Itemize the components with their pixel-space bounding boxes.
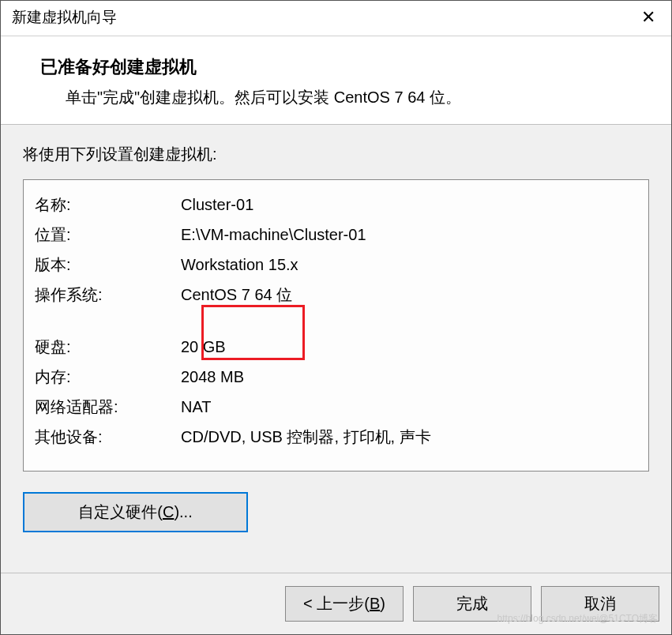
button-hotkey: B — [370, 595, 380, 612]
button-label-suffix: ) — [380, 595, 385, 612]
footer-buttons: < 上一步(B) 完成 取消 — [1, 573, 671, 634]
setting-value: Workstation 15.x — [181, 253, 637, 276]
setting-value: 20 GB — [181, 335, 637, 359]
setting-row-memory: 内存: 2048 MB — [35, 362, 637, 392]
setting-label: 操作系统: — [35, 283, 181, 306]
customize-hardware-button[interactable]: 自定义硬件(C)... — [23, 492, 248, 532]
setting-row-other: 其他设备: CD/DVD, USB 控制器, 打印机, 声卡 — [35, 422, 637, 452]
settings-intro: 将使用下列设置创建虚拟机: — [23, 144, 649, 165]
button-label-prefix: < 上一步( — [303, 595, 370, 612]
setting-label: 硬盘: — [35, 335, 181, 359]
settings-summary-box: 名称: Cluster-01 位置: E:\VM-machine\Cluster… — [23, 179, 649, 472]
title-bar: 新建虚拟机向导 ✕ — [1, 1, 671, 36]
setting-value: NAT — [181, 395, 637, 419]
setting-value: Cluster-01 — [181, 193, 637, 216]
setting-label: 版本: — [35, 253, 181, 276]
spacer — [35, 310, 637, 332]
setting-value: E:\VM-machine\Cluster-01 — [181, 223, 637, 246]
wizard-window: 新建虚拟机向导 ✕ 已准备好创建虚拟机 单击"完成"创建虚拟机。然后可以安装 C… — [0, 0, 672, 635]
setting-value: CentOS 7 64 位 — [181, 283, 637, 306]
setting-label: 名称: — [35, 193, 181, 216]
header-section: 已准备好创建虚拟机 单击"完成"创建虚拟机。然后可以安装 CentOS 7 64… — [1, 36, 671, 124]
close-icon[interactable]: ✕ — [636, 7, 660, 28]
page-subtitle: 单击"完成"创建虚拟机。然后可以安装 CentOS 7 64 位。 — [66, 87, 655, 108]
setting-value: CD/DVD, USB 控制器, 打印机, 声卡 — [181, 425, 637, 449]
window-title: 新建虚拟机向导 — [12, 7, 117, 28]
setting-label: 位置: — [35, 223, 181, 246]
setting-row-os: 操作系统: CentOS 7 64 位 — [35, 280, 637, 310]
cancel-button[interactable]: 取消 — [541, 586, 659, 622]
back-button[interactable]: < 上一步(B) — [285, 586, 404, 622]
setting-row-name: 名称: Cluster-01 — [35, 190, 637, 220]
setting-row-version: 版本: Workstation 15.x — [35, 250, 637, 280]
setting-row-network: 网络适配器: NAT — [35, 392, 637, 422]
setting-label: 内存: — [35, 365, 181, 389]
content-area: 将使用下列设置创建虚拟机: 名称: Cluster-01 位置: E:\VM-m… — [1, 125, 671, 573]
setting-row-disk: 硬盘: 20 GB — [35, 332, 637, 362]
button-label-prefix: 自定义硬件( — [78, 503, 163, 520]
button-hotkey: C — [163, 503, 174, 520]
customize-row: 自定义硬件(C)... — [23, 492, 649, 532]
button-label-suffix: )... — [174, 503, 192, 520]
page-title: 已准备好创建虚拟机 — [40, 55, 655, 79]
setting-row-location: 位置: E:\VM-machine\Cluster-01 — [35, 220, 637, 250]
finish-button[interactable]: 完成 — [413, 586, 531, 622]
setting-label: 其他设备: — [35, 425, 181, 449]
setting-value: 2048 MB — [181, 365, 637, 389]
setting-label: 网络适配器: — [35, 395, 181, 419]
